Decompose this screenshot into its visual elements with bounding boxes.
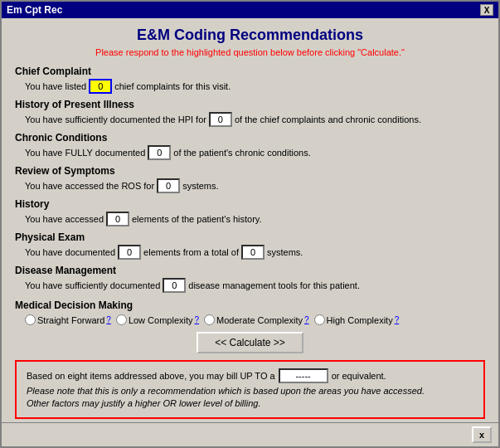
history-text-before: You have accessed bbox=[25, 214, 104, 224]
result-value-input bbox=[279, 368, 328, 383]
exam-text-middle: elements from a total of bbox=[143, 247, 239, 257]
disease-text-before: You have sufficiently documented bbox=[25, 280, 160, 290]
mdm-option-straight: Straight Forward ? bbox=[25, 314, 111, 325]
title-bar: Em Cpt Rec X bbox=[2, 2, 498, 18]
exam-input-1[interactable] bbox=[118, 245, 141, 260]
mdm-label-high: High Complexity bbox=[327, 315, 393, 325]
mdm-help-straight[interactable]: ? bbox=[106, 315, 111, 324]
hpi-text-after: of the chief complaints and chronic cond… bbox=[235, 114, 421, 124]
mdm-label-low: Low Complexity bbox=[129, 315, 193, 325]
content-area: E&M Coding Recommendations Please respon… bbox=[2, 18, 498, 422]
bottom-x-button[interactable]: x bbox=[472, 426, 492, 443]
page-title: E&M Coding Recommendations bbox=[15, 27, 485, 44]
mdm-radio-low[interactable] bbox=[116, 314, 127, 325]
mdm-options-row: Straight Forward ? Low Complexity ? Mode… bbox=[25, 314, 485, 325]
window-title: Em Cpt Rec bbox=[7, 4, 62, 16]
ros-text-after: systems. bbox=[182, 181, 218, 191]
hpi-text-before: You have sufficiently documented the HPI… bbox=[25, 114, 206, 124]
history-input[interactable] bbox=[106, 212, 129, 226]
mdm-option-low: Low Complexity ? bbox=[116, 314, 199, 325]
disease-input[interactable] bbox=[163, 278, 186, 293]
section-row-chronic: You have FULLY documented of the patient… bbox=[25, 145, 485, 160]
section-header-chief: Chief Complaint bbox=[15, 66, 485, 77]
result-note-line1: Please note that this is only a recommen… bbox=[27, 385, 473, 397]
chronic-text-after: of the patient's chronic conditions. bbox=[173, 148, 310, 158]
mdm-label-moderate: Moderate Complexity bbox=[216, 315, 303, 325]
section-row-ros: You have accessed the ROS for systems. bbox=[25, 178, 485, 193]
result-text-before: Based on eight items addressed above, yo… bbox=[27, 371, 275, 381]
main-window: Em Cpt Rec X E&M Coding Recommendations … bbox=[0, 0, 500, 448]
mdm-radio-straight[interactable] bbox=[25, 314, 36, 325]
chronic-input[interactable] bbox=[148, 145, 171, 160]
section-header-exam: Physical Exam bbox=[15, 231, 485, 243]
calculate-button[interactable]: << Calculate >> bbox=[197, 332, 303, 353]
section-header-hpi: History of Present Illness bbox=[15, 99, 485, 110]
mdm-help-low[interactable]: ? bbox=[195, 315, 200, 324]
chief-text-after: chief complaints for this visit. bbox=[114, 81, 231, 91]
ros-input[interactable] bbox=[157, 178, 180, 193]
section-row-history: You have accessed elements of the patien… bbox=[25, 212, 485, 226]
result-box: Based on eight items addressed above, yo… bbox=[15, 360, 485, 419]
bottom-bar: x bbox=[2, 422, 498, 446]
hpi-input[interactable] bbox=[209, 112, 232, 127]
section-header-ros: Review of Symptoms bbox=[15, 165, 485, 177]
chief-text-before: You have listed bbox=[25, 81, 86, 91]
disease-text-after: disease management tools for this patien… bbox=[188, 280, 360, 290]
exam-input-2[interactable] bbox=[241, 245, 265, 260]
mdm-option-moderate: Moderate Complexity ? bbox=[204, 314, 309, 325]
result-text-after: or equivalent. bbox=[332, 371, 386, 381]
history-text-after: elements of the patient's history. bbox=[132, 214, 262, 224]
result-note-line2: Other factors may justify a higher OR lo… bbox=[27, 397, 473, 410]
mdm-radio-moderate[interactable] bbox=[204, 314, 215, 325]
mdm-section: Medical Decision Making Straight Forward… bbox=[15, 299, 485, 325]
section-row-hpi: You have sufficiently documented the HPI… bbox=[25, 112, 485, 127]
section-row-exam: You have documented elements from a tota… bbox=[25, 245, 485, 260]
ros-text-before: You have accessed the ROS for bbox=[25, 181, 154, 191]
mdm-help-high[interactable]: ? bbox=[395, 315, 400, 324]
section-row-chief: You have listed chief complaints for thi… bbox=[25, 79, 485, 94]
section-header-history: History bbox=[15, 198, 485, 210]
section-row-disease: You have sufficiently documented disease… bbox=[25, 278, 485, 293]
result-row: Based on eight items addressed above, yo… bbox=[27, 368, 473, 383]
mdm-help-moderate[interactable]: ? bbox=[304, 315, 309, 324]
mdm-radio-high[interactable] bbox=[314, 314, 325, 325]
chronic-text-before: You have FULLY documented bbox=[25, 148, 145, 158]
section-header-disease: Disease Management bbox=[15, 265, 485, 276]
section-header-chronic: Chronic Conditions bbox=[15, 132, 485, 144]
mdm-header: Medical Decision Making bbox=[15, 299, 485, 311]
mdm-label-straight: Straight Forward bbox=[37, 315, 104, 325]
title-close-button[interactable]: X bbox=[480, 4, 493, 16]
exam-text-after: systems. bbox=[267, 247, 303, 257]
exam-text-before: You have documented bbox=[25, 247, 115, 257]
page-subtitle: Please respond to the highlighted questi… bbox=[15, 47, 485, 57]
chief-input[interactable] bbox=[89, 79, 112, 94]
mdm-option-high: High Complexity ? bbox=[314, 314, 400, 325]
